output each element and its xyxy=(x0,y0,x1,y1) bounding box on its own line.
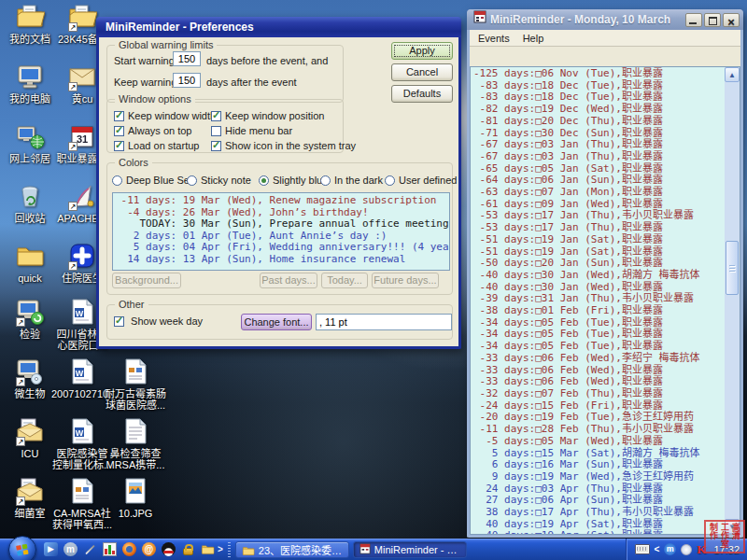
user-defined-radio[interactable] xyxy=(385,175,395,186)
shortcut-arrow-icon: ↗ xyxy=(16,317,25,327)
keep-window-position-checkbox[interactable] xyxy=(211,111,221,121)
taskbar-separator xyxy=(228,542,231,557)
color-scheme-sticky-note[interactable]: Sticky note xyxy=(187,175,251,186)
desktop-icon-xijunshi[interactable]: ↗细菌室 xyxy=(4,476,56,519)
media-player-icon[interactable]: ▶ xyxy=(43,541,59,557)
desktop-icon-jianyan[interactable]: ↗检验 xyxy=(4,297,56,340)
start-button[interactable] xyxy=(8,536,36,560)
taskbar-task-button[interactable]: MiniReminder - Mon... xyxy=(353,541,467,558)
reminder-entry[interactable]: -5 days:□05 Mar (Wed),职业暴露 xyxy=(473,436,725,448)
lock-icon[interactable] xyxy=(180,541,196,557)
reminder-entry[interactable]: 40 days:□19 Apr (Sat),职业暴露 xyxy=(473,530,725,535)
keep-warning-input[interactable] xyxy=(173,73,201,88)
future-days-button[interactable]: Future days... xyxy=(372,273,439,288)
start-warning-input[interactable] xyxy=(173,51,201,66)
desktop-icon-my-documents[interactable]: 我的文档 xyxy=(4,2,56,45)
cancel-button[interactable]: Cancel xyxy=(391,63,453,81)
reminder-entry[interactable]: 6 days:□16 Mar (Sun),职业暴露 xyxy=(473,459,725,471)
reminder-entry[interactable]: -33 days:□06 Feb (Wed),李绍宁 梅毒抗体 xyxy=(473,353,725,365)
reminder-entry[interactable]: -40 days:□30 Jan (Wed),胡瀚方 梅毒抗体 xyxy=(473,270,725,282)
font-description-field[interactable] xyxy=(316,314,452,330)
firefox-icon[interactable] xyxy=(121,541,137,557)
msn-tray-icon[interactable] xyxy=(681,544,692,555)
reminder-entry[interactable]: -82 days:□19 Dec (Wed),职业暴露 xyxy=(473,104,725,116)
foxmail-icon[interactable]: @ xyxy=(141,541,157,557)
always-on-top-checkbox[interactable] xyxy=(114,126,124,136)
option-keep-window-position[interactable]: Keep window position xyxy=(211,110,324,121)
desktop-icon-yiyuan-ganran-doc[interactable]: W医院感染管 控制量化标... xyxy=(56,416,108,470)
slightly-blue-radio[interactable] xyxy=(259,175,269,186)
reminder-entry[interactable]: -11 days:□28 Feb (Thu),韦小贝职业暴露 xyxy=(473,424,725,436)
desktop-icon-icu[interactable]: ↗ICU xyxy=(4,416,56,459)
close-button-icon[interactable] xyxy=(723,13,740,27)
show-week-day-option[interactable]: Show week day xyxy=(114,315,203,327)
maxthon-tray-icon[interactable]: m xyxy=(664,543,676,555)
desktop-icon-ca-mrsa-doc[interactable]: CA-MRSA社 获得甲氧西... xyxy=(56,476,108,530)
load-on-startup-checkbox[interactable] xyxy=(114,141,124,151)
option-hide-menu-bar[interactable]: Hide menu bar xyxy=(211,125,292,136)
desktop-icon-10jpg[interactable]: 10.JPG xyxy=(109,476,162,519)
option-keep-window-width[interactable]: Keep window width xyxy=(114,110,216,121)
restore-button-icon[interactable] xyxy=(704,13,721,27)
maxthon-icon[interactable]: m xyxy=(63,541,78,557)
deep-blue-sea-radio[interactable] xyxy=(112,175,122,186)
reminder-entry[interactable]: 9 days:□19 Mar (Wed),急诊王红婷用药 xyxy=(473,471,725,483)
desktop-icon-naiwangu-doc[interactable]: 耐万古霉素肠 球菌医院感... xyxy=(109,357,162,411)
change-font-button[interactable]: Change font... xyxy=(241,314,312,330)
menu-events[interactable]: Events xyxy=(472,32,515,45)
vertical-scrollbar[interactable]: ▲ ▼ xyxy=(725,67,740,534)
background-button[interactable]: Background... xyxy=(112,273,181,288)
show-week-day-checkbox[interactable] xyxy=(114,316,124,327)
reminder-entry[interactable]: -63 days:□07 Jan (Mon),职业暴露 xyxy=(473,187,725,199)
option-load-on-startup[interactable]: Load on startup xyxy=(114,140,199,151)
hide-menu-bar-checkbox[interactable] xyxy=(211,126,221,136)
scroll-up-arrow-icon[interactable]: ▲ xyxy=(725,67,740,82)
reminder-entry[interactable]: 38 days:□17 Apr (Thu),韦小贝职业暴露 xyxy=(473,507,725,519)
desktop-icon-weishengwu[interactable]: ↗微生物 xyxy=(4,357,56,399)
reminder-entry[interactable]: -67 days:□03 Jan (Thu),职业暴露 xyxy=(473,151,725,163)
color-scheme-in-the-dark[interactable]: In the dark xyxy=(320,175,383,186)
taskbar-clock[interactable]: 17:32 xyxy=(711,544,742,555)
stock-chart-icon[interactable] xyxy=(102,541,118,557)
reminder-entry[interactable]: -38 days:□01 Feb (Fri),职业暴露 xyxy=(473,305,725,317)
scrollbar-thumb[interactable] xyxy=(726,241,739,295)
reminder-entry[interactable]: -51 days:□19 Jan (Sat),职业暴露 xyxy=(473,234,725,246)
option-show-tray-icon[interactable]: Show icon in the system tray xyxy=(211,140,356,151)
desktop-icon-recycle-bin[interactable]: 回收站 xyxy=(4,181,56,224)
color-scheme-slightly-blue[interactable]: Slightly blue xyxy=(259,175,328,186)
desktop-icon-quick-folder[interactable]: quick xyxy=(4,241,56,284)
desktop-icon-bijiancha-doc[interactable]: 鼻检查筛查 MRSA携带... xyxy=(109,416,162,470)
desktop-icon-network-places[interactable]: 网上邻居 xyxy=(4,121,56,164)
reminder-entry[interactable]: -34 days:□05 Feb (Tue),职业暴露 xyxy=(473,341,725,353)
folder-icon[interactable] xyxy=(200,541,216,557)
sticky-note-radio[interactable] xyxy=(187,175,197,186)
minireminder-titlebar[interactable]: MiniReminder - Monday, 10 March xyxy=(467,9,743,30)
minimize-button-icon[interactable] xyxy=(685,13,702,27)
kingsoft-k-icon[interactable]: K xyxy=(697,542,706,557)
apply-button[interactable]: Apply xyxy=(391,42,453,60)
reminder-entry[interactable]: -125 days:□06 Nov (Tue),职业暴露 xyxy=(473,68,725,80)
defaults-button[interactable]: Defaults xyxy=(391,85,453,103)
menu-help[interactable]: Help xyxy=(517,32,550,45)
desktop-icon-doc-2007102710[interactable]: W2007102710.... xyxy=(56,357,108,399)
color-scheme-deep-blue-sea[interactable]: Deep Blue Sea xyxy=(112,175,195,186)
in-the-dark-radio[interactable] xyxy=(320,175,331,186)
keyboard-icon[interactable] xyxy=(635,544,650,554)
show-tray-icon-checkbox[interactable] xyxy=(211,141,221,151)
pen-icon[interactable] xyxy=(82,541,98,557)
reminder-entry[interactable]: -32 days:□07 Feb (Thu),职业暴露 xyxy=(473,388,725,400)
desktop-icon-my-computer[interactable]: 我的电脑 xyxy=(4,62,56,105)
scroll-down-arrow-icon[interactable]: ▼ xyxy=(725,519,740,534)
quicklaunch-overflow-chevron[interactable]: > xyxy=(216,544,225,554)
reminder-entry[interactable]: -53 days:□17 Jan (Thu),职业暴露 xyxy=(473,222,725,234)
taskbar-task-button[interactable]: 23、医院感染委员... xyxy=(235,541,349,558)
reminder-entry[interactable]: -81 days:□20 Dec (Thu),职业暴露 xyxy=(473,116,725,128)
preferences-titlebar[interactable]: MiniReminder - Preferences xyxy=(96,17,461,37)
past-days-button[interactable]: Past days... xyxy=(260,273,317,288)
option-always-on-top[interactable]: Always on top xyxy=(114,125,191,136)
qq-icon[interactable] xyxy=(161,541,176,557)
tray-chevron-icon[interactable]: < xyxy=(655,544,660,554)
color-scheme-user-defined[interactable]: User defined xyxy=(385,175,457,186)
today-button[interactable]: Today... xyxy=(321,273,368,288)
keep-window-width-checkbox[interactable] xyxy=(114,111,124,121)
